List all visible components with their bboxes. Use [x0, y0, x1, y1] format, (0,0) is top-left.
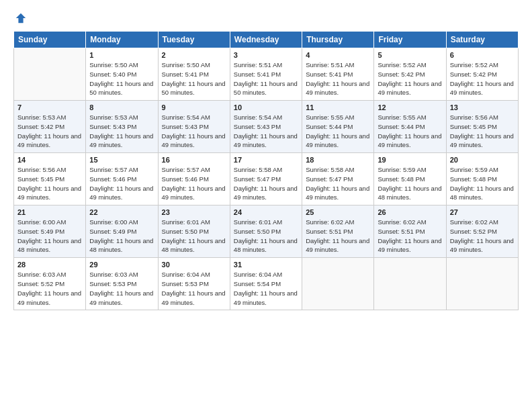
- calendar-week-row: 1Sunrise: 5:50 AM Sunset: 5:40 PM Daylig…: [14, 48, 519, 101]
- svg-marker-0: [16, 13, 26, 23]
- day-number: 22: [89, 208, 154, 216]
- calendar-day-cell: 1Sunrise: 5:50 AM Sunset: 5:40 PM Daylig…: [86, 48, 158, 101]
- day-info: Sunrise: 6:03 AM Sunset: 5:53 PM Dayligh…: [89, 270, 154, 307]
- day-info: Sunrise: 5:58 AM Sunset: 5:47 PM Dayligh…: [306, 165, 370, 202]
- day-number: 7: [17, 103, 82, 111]
- day-number: 23: [162, 208, 226, 216]
- header-day-friday: Friday: [374, 32, 446, 48]
- calendar-page: SundayMondayTuesdayWednesdayThursdayFrid…: [0, 0, 532, 411]
- day-info: Sunrise: 6:02 AM Sunset: 5:52 PM Dayligh…: [450, 218, 515, 255]
- day-info: Sunrise: 5:58 AM Sunset: 5:47 PM Dayligh…: [234, 165, 298, 202]
- calendar-day-cell: 22Sunrise: 6:00 AM Sunset: 5:49 PM Dayli…: [86, 205, 158, 258]
- calendar-day-cell: 21Sunrise: 6:00 AM Sunset: 5:49 PM Dayli…: [14, 205, 86, 258]
- calendar-day-cell: 28Sunrise: 6:03 AM Sunset: 5:52 PM Dayli…: [14, 258, 86, 310]
- day-number: 28: [17, 261, 82, 269]
- day-number: 10: [234, 103, 298, 111]
- calendar-day-cell: [446, 258, 518, 310]
- day-number: 25: [306, 208, 370, 216]
- calendar-day-cell: 24Sunrise: 6:01 AM Sunset: 5:50 PM Dayli…: [230, 205, 302, 258]
- calendar-day-cell: 29Sunrise: 6:03 AM Sunset: 5:53 PM Dayli…: [86, 258, 158, 310]
- calendar-week-row: 14Sunrise: 5:56 AM Sunset: 5:45 PM Dayli…: [14, 153, 519, 205]
- day-info: Sunrise: 5:56 AM Sunset: 5:45 PM Dayligh…: [450, 113, 515, 150]
- day-info: Sunrise: 6:02 AM Sunset: 5:51 PM Dayligh…: [306, 218, 370, 255]
- logo-icon: [15, 12, 27, 24]
- day-info: Sunrise: 5:55 AM Sunset: 5:44 PM Dayligh…: [306, 113, 370, 150]
- day-info: Sunrise: 6:01 AM Sunset: 5:50 PM Dayligh…: [162, 218, 226, 255]
- calendar-day-cell: 3Sunrise: 5:51 AM Sunset: 5:41 PM Daylig…: [230, 48, 302, 101]
- day-number: 27: [450, 208, 515, 216]
- day-info: Sunrise: 5:51 AM Sunset: 5:41 PM Dayligh…: [234, 60, 298, 97]
- day-number: 2: [162, 51, 226, 59]
- calendar-table: SundayMondayTuesdayWednesdayThursdayFrid…: [13, 31, 519, 310]
- day-number: 20: [450, 156, 515, 164]
- calendar-day-cell: 16Sunrise: 5:57 AM Sunset: 5:46 PM Dayli…: [158, 153, 230, 205]
- calendar-day-cell: 23Sunrise: 6:01 AM Sunset: 5:50 PM Dayli…: [158, 205, 230, 258]
- day-info: Sunrise: 5:57 AM Sunset: 5:46 PM Dayligh…: [89, 165, 154, 202]
- calendar-day-cell: 7Sunrise: 5:53 AM Sunset: 5:42 PM Daylig…: [14, 101, 86, 153]
- day-info: Sunrise: 5:59 AM Sunset: 5:48 PM Dayligh…: [450, 165, 515, 202]
- calendar-day-cell: 25Sunrise: 6:02 AM Sunset: 5:51 PM Dayli…: [302, 205, 374, 258]
- day-number: 13: [450, 103, 515, 111]
- calendar-day-cell: [14, 48, 86, 101]
- header-day-saturday: Saturday: [446, 32, 518, 48]
- day-info: Sunrise: 5:57 AM Sunset: 5:46 PM Dayligh…: [162, 165, 226, 202]
- calendar-day-cell: 14Sunrise: 5:56 AM Sunset: 5:45 PM Dayli…: [14, 153, 86, 205]
- calendar-day-cell: 20Sunrise: 5:59 AM Sunset: 5:48 PM Dayli…: [446, 153, 518, 205]
- day-number: 3: [234, 51, 298, 59]
- day-info: Sunrise: 6:01 AM Sunset: 5:50 PM Dayligh…: [234, 218, 298, 255]
- day-number: 1: [89, 51, 154, 59]
- day-number: 21: [17, 208, 82, 216]
- day-info: Sunrise: 6:04 AM Sunset: 5:54 PM Dayligh…: [234, 270, 298, 307]
- day-number: 15: [89, 156, 154, 164]
- day-number: 19: [378, 156, 442, 164]
- day-number: 11: [306, 103, 370, 111]
- calendar-day-cell: 13Sunrise: 5:56 AM Sunset: 5:45 PM Dayli…: [446, 101, 518, 153]
- day-info: Sunrise: 5:52 AM Sunset: 5:42 PM Dayligh…: [378, 60, 442, 97]
- day-number: 4: [306, 51, 370, 59]
- day-number: 14: [17, 156, 82, 164]
- calendar-day-cell: 6Sunrise: 5:52 AM Sunset: 5:42 PM Daylig…: [446, 48, 518, 101]
- calendar-day-cell: 10Sunrise: 5:54 AM Sunset: 5:43 PM Dayli…: [230, 101, 302, 153]
- calendar-day-cell: 26Sunrise: 6:02 AM Sunset: 5:51 PM Dayli…: [374, 205, 446, 258]
- header-day-thursday: Thursday: [302, 32, 374, 48]
- calendar-day-cell: [302, 258, 374, 310]
- day-number: 8: [89, 103, 154, 111]
- day-info: Sunrise: 5:59 AM Sunset: 5:48 PM Dayligh…: [378, 165, 442, 202]
- header-day-tuesday: Tuesday: [158, 32, 230, 48]
- day-info: Sunrise: 6:00 AM Sunset: 5:49 PM Dayligh…: [17, 218, 82, 255]
- day-info: Sunrise: 5:54 AM Sunset: 5:43 PM Dayligh…: [162, 113, 226, 150]
- day-info: Sunrise: 5:51 AM Sunset: 5:41 PM Dayligh…: [306, 60, 370, 97]
- day-number: 18: [306, 156, 370, 164]
- calendar-day-cell: 18Sunrise: 5:58 AM Sunset: 5:47 PM Dayli…: [302, 153, 374, 205]
- calendar-day-cell: 27Sunrise: 6:02 AM Sunset: 5:52 PM Dayli…: [446, 205, 518, 258]
- calendar-day-cell: 4Sunrise: 5:51 AM Sunset: 5:41 PM Daylig…: [302, 48, 374, 101]
- day-number: 9: [162, 103, 226, 111]
- day-number: 24: [234, 208, 298, 216]
- day-number: 12: [378, 103, 442, 111]
- day-number: 5: [378, 51, 442, 59]
- day-number: 17: [234, 156, 298, 164]
- header: [13, 12, 519, 24]
- header-day-sunday: Sunday: [14, 32, 86, 48]
- day-info: Sunrise: 5:56 AM Sunset: 5:45 PM Dayligh…: [17, 165, 82, 202]
- calendar-day-cell: [374, 258, 446, 310]
- day-info: Sunrise: 6:04 AM Sunset: 5:53 PM Dayligh…: [162, 270, 226, 307]
- calendar-week-row: 21Sunrise: 6:00 AM Sunset: 5:49 PM Dayli…: [14, 205, 519, 258]
- logo: [13, 12, 27, 24]
- day-info: Sunrise: 6:02 AM Sunset: 5:51 PM Dayligh…: [378, 218, 442, 255]
- day-info: Sunrise: 5:52 AM Sunset: 5:42 PM Dayligh…: [450, 60, 515, 97]
- calendar-day-cell: 12Sunrise: 5:55 AM Sunset: 5:44 PM Dayli…: [374, 101, 446, 153]
- calendar-week-row: 7Sunrise: 5:53 AM Sunset: 5:42 PM Daylig…: [14, 101, 519, 153]
- calendar-day-cell: 2Sunrise: 5:50 AM Sunset: 5:41 PM Daylig…: [158, 48, 230, 101]
- calendar-day-cell: 9Sunrise: 5:54 AM Sunset: 5:43 PM Daylig…: [158, 101, 230, 153]
- day-info: Sunrise: 5:55 AM Sunset: 5:44 PM Dayligh…: [378, 113, 442, 150]
- day-info: Sunrise: 6:03 AM Sunset: 5:52 PM Dayligh…: [17, 270, 82, 307]
- calendar-day-cell: 15Sunrise: 5:57 AM Sunset: 5:46 PM Dayli…: [86, 153, 158, 205]
- day-info: Sunrise: 5:53 AM Sunset: 5:42 PM Dayligh…: [17, 113, 82, 150]
- day-number: 6: [450, 51, 515, 59]
- day-info: Sunrise: 6:00 AM Sunset: 5:49 PM Dayligh…: [89, 218, 154, 255]
- day-number: 31: [234, 261, 298, 269]
- day-number: 16: [162, 156, 226, 164]
- day-number: 26: [378, 208, 442, 216]
- day-info: Sunrise: 5:53 AM Sunset: 5:43 PM Dayligh…: [89, 113, 154, 150]
